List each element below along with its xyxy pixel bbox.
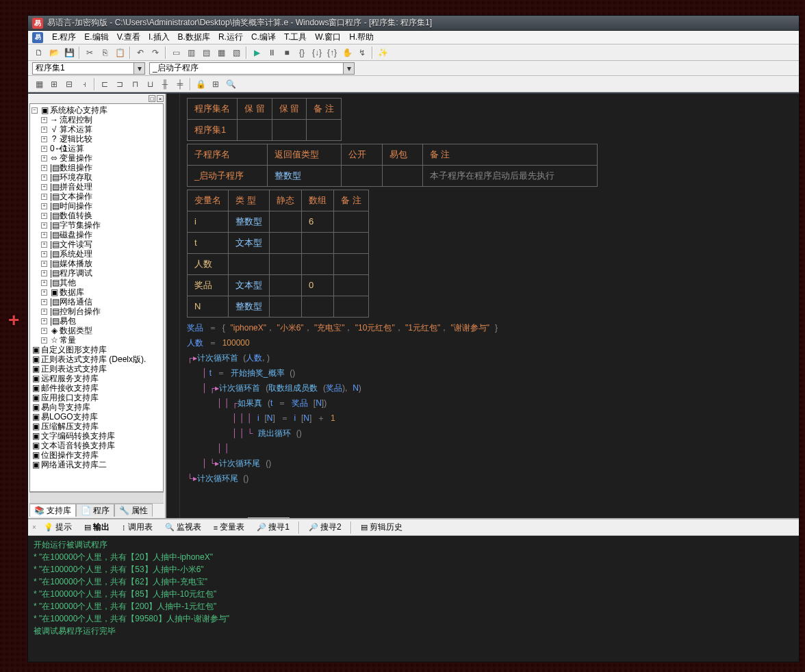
btab-var[interactable]: ≡变量表 [209,519,249,535]
tree-item[interactable]: +|▤数组操作 [31,163,162,172]
save-icon[interactable]: 💾 [62,46,76,60]
grid-icon[interactable]: ⊞ [209,77,222,91]
tree-lib[interactable]: ▣易向导支持库 [31,402,162,412]
library-tree[interactable]: −▣系统核心支持库 +→流程控制+√算术运算+?逻辑比较+0↔1位运算+⬄变量操… [29,103,164,492]
form4-icon[interactable]: ▧ [229,46,243,60]
code-line[interactable]: │ ┌▸计次循环首 (取数组成员数 (奖品), N) [187,380,792,396]
tab-program[interactable]: 📄程序 [76,504,114,517]
align5-icon[interactable]: ⊏ [98,77,112,91]
proj-icon[interactable]: ▭ [169,46,183,60]
form-icon[interactable]: ▥ [184,46,198,60]
expand-icon[interactable]: + [41,280,47,286]
module-name-cell[interactable]: 程序集1 [188,120,238,141]
tree-lib[interactable]: ▣易LOGO支持库 [31,412,162,422]
tree-item[interactable]: +◈数据类型 [31,326,162,335]
align3-icon[interactable]: ⊟ [62,77,76,91]
tree-lib[interactable]: ▣压缩解压支持库 [31,422,162,431]
redo-icon[interactable]: ↷ [149,46,162,60]
undo-icon[interactable]: ↶ [133,46,147,60]
var-row[interactable]: i整数型6 [188,211,369,233]
align6-icon[interactable]: ⊐ [113,77,127,91]
tree-item[interactable]: +|▤控制台操作 [31,307,162,316]
collapse-icon[interactable]: − [31,107,38,114]
tree-item[interactable]: +|▤文本操作 [31,192,162,201]
var-row[interactable]: 人数 [188,254,369,275]
cut-icon[interactable]: ✂ [83,46,97,60]
align10-icon[interactable]: ╪ [173,77,187,91]
align9-icon[interactable]: ╫ [158,77,172,91]
tree-item[interactable]: +|▤系统处理 [31,249,162,259]
tree-item[interactable]: +0↔1位运算 [31,144,162,153]
expand-icon[interactable]: + [41,242,47,248]
stop-icon[interactable]: ■ [280,46,294,60]
expand-icon[interactable]: + [41,194,47,200]
expand-icon[interactable]: + [41,318,47,324]
tree-item[interactable]: +|▤数值转换 [31,211,162,220]
tree-item[interactable]: +|▤程序调试 [31,268,162,278]
menu-help[interactable]: H.帮助 [346,31,377,44]
menu-insert[interactable]: I.插入 [145,31,173,44]
var-row[interactable]: 奖品文本型0 [188,275,369,296]
tree-lib[interactable]: ▣网络通讯支持库二 [31,460,162,469]
expand-icon[interactable]: + [41,251,47,257]
btab-output[interactable]: ▤输出 [79,519,114,535]
expand-icon[interactable]: + [41,289,47,296]
code-line[interactable]: 奖品 ＝ { "iphoneX"， "小米6"， "充电宝"， "10元红包"，… [187,320,792,335]
expand-icon[interactable]: + [41,270,47,276]
tree-lib[interactable]: ▣文字编码转换支持库 [31,431,162,441]
align8-icon[interactable]: ⊔ [143,77,157,91]
pin-icon[interactable]: □ [149,95,155,102]
tree-lib[interactable]: ▣应用接口支持库 [31,393,162,402]
zoom-icon[interactable]: 🔍 [224,77,238,91]
btab-call[interactable]: ⫶调用表 [117,519,157,535]
align7-icon[interactable]: ⊓ [128,77,142,91]
btab-hint[interactable]: 💡提示 [39,519,77,535]
btab-find1[interactable]: 🔎搜寻1 [252,519,294,535]
open-icon[interactable]: 📂 [47,46,61,60]
var-row[interactable]: t文本型 [188,233,369,254]
chevron-down-icon[interactable]: ▾ [133,63,144,74]
align4-icon[interactable]: ⫞ [77,77,91,91]
code-area[interactable]: 程序集名保 留保 留备 注 程序集1 子程序名返回值类型公开易包备 注 _启动子… [166,94,799,518]
code-line[interactable]: │ │ ┌如果真 (t ＝ 奖品 [N]) [187,396,792,411]
step-out-icon[interactable]: {↑} [325,46,339,60]
proc-combo[interactable]: _启动子程序 ▾ [149,62,355,75]
tree-item[interactable]: +|▤文件读写 [31,240,162,249]
copy-icon[interactable]: ⎘ [98,46,112,60]
expand-icon[interactable]: + [41,165,47,171]
expand-icon[interactable]: + [41,155,47,161]
tree-item[interactable]: +→流程控制 [31,115,162,125]
btab-clip[interactable]: ▤剪辑历史 [356,519,407,535]
expand-icon[interactable]: + [41,222,47,229]
tree-lib[interactable]: ▣正则表达式支持库 (Deelx版). [31,354,162,364]
tree-item[interactable]: +|▤字节集操作 [31,220,162,230]
menu-view[interactable]: V.查看 [114,31,144,44]
chevron-down-icon[interactable]: ▾ [343,63,354,74]
tree-lib[interactable]: ▣远程服务支持库 [31,374,162,383]
paste-icon[interactable]: 📋 [113,46,127,60]
form2-icon[interactable]: ▤ [199,46,213,60]
code-line[interactable]: └▸计次循环尾 () [187,471,792,486]
tree-item[interactable]: +▣数据库 [31,287,162,297]
titlebar[interactable]: 易 易语言-加密狗版 - C:\Users\Administrator\Desk… [28,16,799,31]
expand-icon[interactable]: + [41,328,47,334]
run-icon[interactable]: ▶ [250,46,264,60]
align-icon[interactable]: ▦ [32,77,46,91]
tree-item[interactable]: +|▤其他 [31,278,162,287]
tree-item[interactable]: +☆常量 [31,335,162,345]
output-console[interactable]: 开始运行被调试程序* "在100000个人里，共有【20】人抽中-iphoneX… [28,536,799,662]
cursor-icon[interactable]: ↯ [355,46,369,60]
expand-icon[interactable]: + [41,136,47,142]
menu-program[interactable]: E.程序 [49,31,79,44]
code-line[interactable]: │ │ [187,441,792,456]
expand-icon[interactable]: + [41,232,47,238]
expand-icon[interactable]: + [41,203,47,209]
sidebar-hscroll[interactable] [29,492,164,503]
tree-item[interactable]: +|▤磁盘操作 [31,230,162,240]
tab-property[interactable]: 🔧属性 [114,504,153,517]
menu-window[interactable]: W.窗口 [311,31,344,44]
lock-icon[interactable]: 🔒 [194,77,207,91]
var-row[interactable]: N整数型 [188,296,369,318]
tree-lib[interactable]: ▣自定义图形支持库 [31,345,162,354]
fold-gutter[interactable] [166,94,180,518]
